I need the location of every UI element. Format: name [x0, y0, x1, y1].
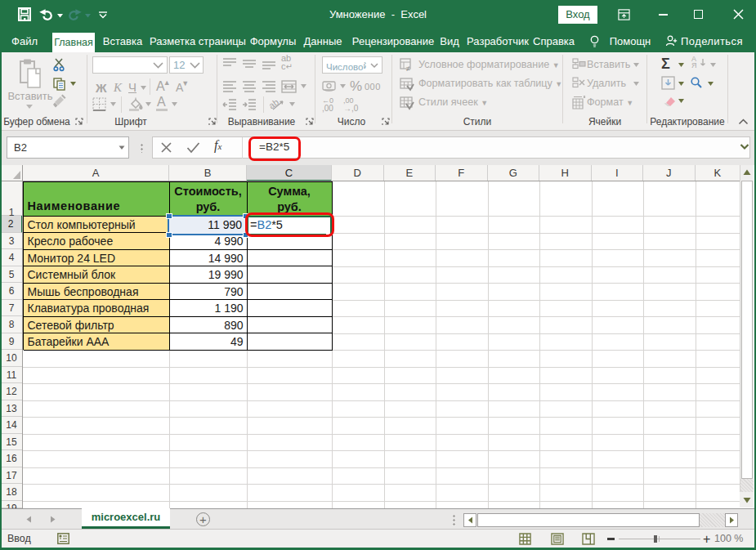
svg-text:≠: ≠	[406, 65, 410, 72]
